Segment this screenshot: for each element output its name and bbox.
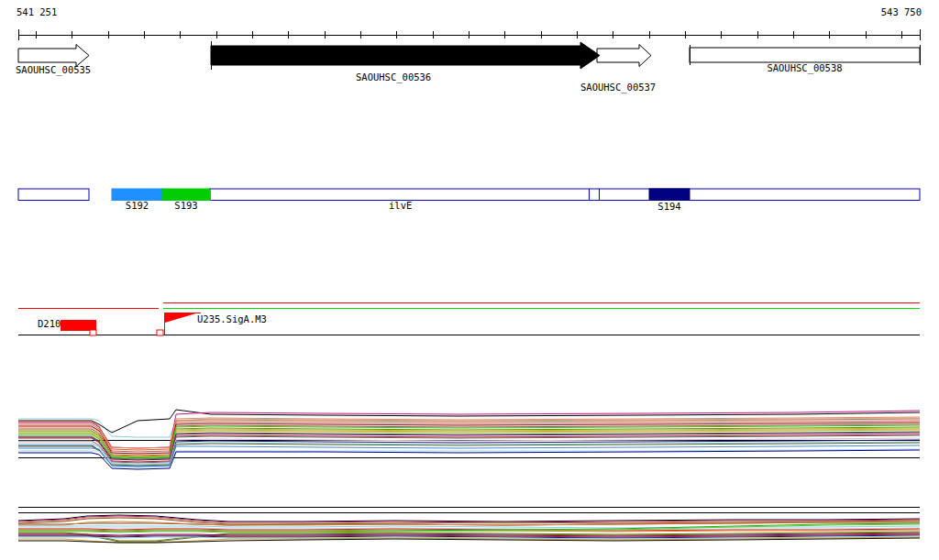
segment-label-s194: S194 (646, 202, 692, 212)
segment-label-s193: S193 (162, 201, 210, 211)
ruler-end-coordinate: 543 750 (784, 7, 922, 17)
gene-label-saouhsc-00537: SAOUHSC_00537 (580, 82, 656, 93)
promoter-label-u235-siga-m3: U235.SigA.M3 (197, 314, 267, 324)
gene-arrow-saouhsc_00537[interactable] (597, 45, 651, 67)
segment-label-ilve: ilvE (389, 201, 412, 211)
utr-box-left[interactable] (18, 189, 89, 201)
gene-arrow-saouhsc_00535[interactable] (18, 45, 89, 67)
terminator-d210-anchor[interactable] (90, 330, 96, 335)
terminator-label-d210: D210 (38, 319, 61, 329)
promoter-u235-flag[interactable] (165, 313, 199, 323)
promoter-u235-anchor[interactable] (157, 330, 163, 335)
segment-s192[interactable] (112, 189, 162, 201)
genome-canvas (0, 0, 939, 560)
segment-s194[interactable] (649, 189, 690, 201)
terminator-d210-symbol[interactable] (61, 320, 96, 331)
ruler-start-coordinate: 541 251 (17, 7, 57, 17)
genome-browser-view: 541 251 543 750 SAOUHSC_00535 SAOUHSC_00… (0, 0, 939, 560)
segment-s193[interactable] (162, 189, 210, 201)
gene-label-saouhsc-00536: SAOUHSC_00536 (356, 72, 431, 82)
gene-label-saouhsc-00538: SAOUHSC_00538 (690, 63, 920, 73)
gene-label-saouhsc-00535: SAOUHSC_00535 (16, 65, 91, 75)
gene-segment-ilve[interactable] (210, 189, 920, 201)
gene-box-saouhsc_00538[interactable] (690, 48, 920, 62)
gene-arrow-saouhsc_00536[interactable] (211, 42, 600, 69)
segment-label-s192: S192 (112, 201, 162, 211)
